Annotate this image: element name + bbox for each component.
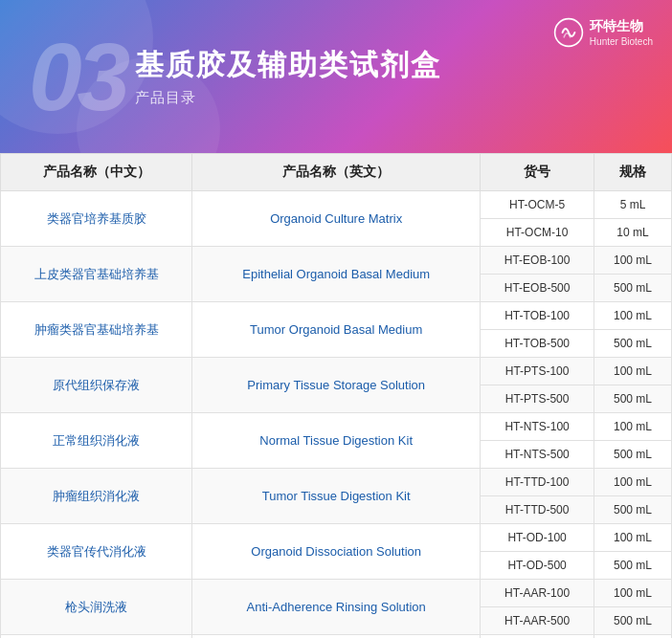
table-row: 上皮类器官基础培养基Epithelial Organoid Basal Medi… — [1, 247, 672, 275]
table-header-row: 产品名称（中文） 产品名称（英文） 货号 规格 — [1, 154, 672, 191]
cell-spec: 100 mL — [594, 580, 672, 607]
cell-spec: 5 mL — [594, 191, 672, 219]
logo-name-en: Hunter Biotech — [590, 35, 653, 48]
col-header-spec: 规格 — [594, 154, 672, 191]
cell-catalog: HT-AAR-500 — [481, 607, 594, 635]
cell-catalog: HT-PTS-500 — [481, 385, 594, 413]
cell-catalog: HT-OC-100 — [481, 635, 594, 639]
cell-catalog: HT-NTS-100 — [481, 413, 594, 441]
cell-en: Organoid Dissociation Solution — [192, 524, 481, 580]
table-row: 肿瘤组织消化液Tumor Tissue Digestion KitHT-TTD-… — [1, 469, 672, 496]
cell-cn: 类器官培养基质胶 — [1, 191, 192, 247]
cell-spec: 100 mL — [594, 469, 672, 496]
cell-en: Normal Tissue Digestion Kit — [192, 413, 481, 469]
cell-catalog: HT-EOB-100 — [481, 247, 594, 275]
table-row: 原代组织保存液Primary Tissue Storage SolutionHT… — [1, 358, 672, 385]
table-row: 肿瘤类器官基础培养基Tumor Organoid Basal MediumHT-… — [1, 302, 672, 330]
logo-area: 环特生物 Hunter Biotech — [553, 17, 653, 48]
cell-spec: 100 mL — [594, 635, 672, 639]
table-row: 正常组织消化液Normal Tissue Digestion KitHT-NTS… — [1, 413, 672, 441]
cell-catalog: HT-EOB-500 — [481, 275, 594, 302]
cell-catalog: HT-OCM-10 — [481, 219, 594, 247]
cell-en: Anti-Adherence Rinsing Solution — [192, 580, 481, 635]
table-row: 枪头润洗液Anti-Adherence Rinsing SolutionHT-A… — [1, 580, 672, 607]
cell-cn: 原代组织保存液 — [1, 358, 192, 413]
cell-catalog: HT-AAR-100 — [481, 580, 594, 607]
cell-spec: 500 mL — [594, 275, 672, 302]
cell-catalog: HT-TOB-500 — [481, 330, 594, 358]
cell-cn: 肿瘤组织消化液 — [1, 469, 192, 524]
table-row: 类器官培养基质胶Organoid Culture MatrixHT-OCM-55… — [1, 191, 672, 219]
cell-spec: 500 mL — [594, 441, 672, 469]
cell-spec: 500 mL — [594, 607, 672, 635]
cell-cn: 上皮类器官基础培养基 — [1, 247, 192, 302]
cell-en: Primary Tissue Storage Solution — [192, 358, 481, 413]
product-table-area: 产品名称（中文） 产品名称（英文） 货号 规格 类器官培养基质胶Organoid… — [0, 153, 672, 638]
cell-en: Organoid Cryopreservation Medium — [192, 635, 481, 639]
cell-spec: 100 mL — [594, 302, 672, 330]
cell-cn: 肿瘤类器官基础培养基 — [1, 302, 192, 358]
cell-catalog: HT-PTS-100 — [481, 358, 594, 385]
logo-text-block: 环特生物 Hunter Biotech — [590, 17, 653, 47]
cell-catalog: HT-OD-500 — [481, 552, 594, 580]
hunter-biotech-icon — [553, 17, 584, 48]
cell-cn: 类器官冻存液 — [1, 635, 192, 639]
cell-spec: 500 mL — [594, 385, 672, 413]
cell-spec: 500 mL — [594, 552, 672, 580]
table-row: 类器官传代消化液Organoid Dissociation SolutionHT… — [1, 524, 672, 552]
cell-spec: 500 mL — [594, 496, 672, 524]
table-row: 类器官冻存液Organoid Cryopreservation MediumHT… — [1, 635, 672, 639]
cell-catalog: HT-OCM-5 — [481, 191, 594, 219]
cell-catalog: HT-TOB-100 — [481, 302, 594, 330]
cell-spec: 100 mL — [594, 358, 672, 385]
header: 环特生物 Hunter Biotech 03 基质胶及辅助类试剂盒 产品目录 — [0, 0, 672, 153]
cell-en: Epithelial Organoid Basal Medium — [192, 247, 481, 302]
cell-cn: 类器官传代消化液 — [1, 524, 192, 580]
cell-spec: 100 mL — [594, 524, 672, 552]
cell-spec: 100 mL — [594, 413, 672, 441]
col-header-catalog: 货号 — [481, 154, 594, 191]
cell-en: Organoid Culture Matrix — [192, 191, 481, 247]
cell-catalog: HT-TTD-500 — [481, 496, 594, 524]
cell-en: Tumor Organoid Basal Medium — [192, 302, 481, 358]
product-table: 产品名称（中文） 产品名称（英文） 货号 规格 类器官培养基质胶Organoid… — [0, 153, 672, 638]
cell-cn: 正常组织消化液 — [1, 413, 192, 469]
section-number: 03 — [29, 29, 125, 124]
cell-catalog: HT-NTS-500 — [481, 441, 594, 469]
cell-spec: 500 mL — [594, 330, 672, 358]
cell-cn: 枪头润洗液 — [1, 580, 192, 635]
cell-catalog: HT-OD-100 — [481, 524, 594, 552]
cell-catalog: HT-TTD-100 — [481, 469, 594, 496]
col-header-cn: 产品名称（中文） — [1, 154, 192, 191]
logo-name-cn: 环特生物 — [590, 17, 653, 34]
cell-en: Tumor Tissue Digestion Kit — [192, 469, 481, 524]
cell-spec: 10 mL — [594, 219, 672, 247]
cell-spec: 100 mL — [594, 247, 672, 275]
col-header-en: 产品名称（英文） — [192, 154, 481, 191]
